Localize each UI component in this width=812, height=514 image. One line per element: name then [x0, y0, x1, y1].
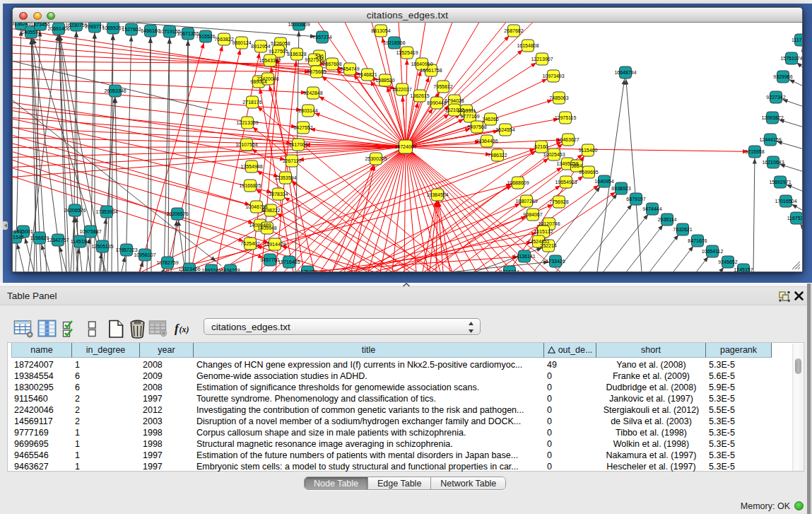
- graph-edge-red[interactable]: [13, 168, 275, 245]
- graph-node-label: 8813054: [371, 28, 390, 33]
- graph-edge-red[interactable]: [284, 147, 406, 272]
- graph-edge-red[interactable]: [406, 23, 425, 147]
- table-row[interactable]: 2242004622012Investigating the contribut…: [8, 404, 792, 416]
- graph-node-label: 15751074: [780, 56, 802, 61]
- cell-year: 2012: [143, 404, 191, 416]
- edge-arrowhead: [627, 204, 632, 210]
- edge-arrowhead: [658, 225, 663, 230]
- graph-edge-black[interactable]: [151, 31, 151, 272]
- table-row[interactable]: 911546021997Tourette syndrome. Phenomeno…: [8, 393, 792, 404]
- edge-arrowhead: [291, 181, 297, 185]
- graph-node-label: 6794028: [445, 98, 464, 103]
- table-row[interactable]: 946362711997Embryonic stem cells: a mode…: [8, 461, 792, 472]
- column-header-pagerank[interactable]: pagerank: [706, 343, 772, 358]
- scrollbar-thumb[interactable]: [795, 358, 801, 374]
- graph-edge-red[interactable]: [13, 160, 250, 243]
- graph-edge-red[interactable]: [404, 147, 406, 272]
- graph-edge-black[interactable]: [126, 30, 131, 272]
- graph-edge-black[interactable]: [147, 31, 151, 272]
- graph-edge-red[interactable]: [13, 62, 332, 64]
- table-row[interactable]: 1872400712008Changes of HCN gene express…: [8, 359, 792, 370]
- table-row[interactable]: 946554611997Estimation of the future num…: [8, 450, 792, 461]
- graph-edge-red[interactable]: [406, 147, 500, 272]
- tab-edge-table[interactable]: Edge Table: [368, 477, 431, 490]
- tab-node-table[interactable]: Node Table: [305, 477, 368, 490]
- edge-arrowhead: [41, 245, 45, 250]
- memory-status-icon: [794, 501, 804, 510]
- graph-node-label: 12213369: [236, 120, 258, 125]
- graph-node-label: 6879197: [626, 197, 645, 201]
- tab-network-table[interactable]: Network Table: [431, 477, 505, 490]
- table-selector-dropdown[interactable]: citations_edges.txt: [204, 318, 481, 335]
- column-header-year[interactable]: year: [140, 343, 194, 358]
- table-settings-button[interactable]: [13, 318, 35, 339]
- graph-node-label: 2935114: [658, 217, 677, 222]
- graph-edge-black[interactable]: [579, 199, 636, 272]
- application-window: citations_edges.txt 91362451405571187345…: [0, 0, 812, 514]
- graph-edge-red[interactable]: [406, 23, 506, 147]
- graph-node-label: 8990448: [427, 100, 446, 105]
- table-row[interactable]: 1456911722003Disruption of a novel membe…: [8, 416, 792, 427]
- graph-edge-red[interactable]: [13, 147, 406, 168]
- vertical-scrollbar[interactable]: [792, 344, 803, 471]
- graph-edge-red[interactable]: [303, 128, 406, 147]
- graph-node-label: 5822037: [392, 87, 411, 92]
- close-panel-icon[interactable]: [794, 291, 804, 301]
- delete-table-button[interactable]: [148, 318, 170, 339]
- graph-edge-red[interactable]: [184, 147, 541, 272]
- graph-edge-red[interactable]: [13, 147, 406, 158]
- column-header-title[interactable]: title: [194, 343, 544, 358]
- cell-year: 1997: [143, 461, 191, 472]
- graph-node-label: 1716184: [500, 269, 519, 271]
- edge-arrowhead: [536, 247, 542, 252]
- graph-edge-red[interactable]: [406, 147, 536, 272]
- graph-node-label: 5875685: [307, 69, 326, 74]
- column-header-in_degree[interactable]: in_degree: [72, 343, 140, 358]
- column-header-short[interactable]: short: [596, 343, 706, 358]
- table-row[interactable]: 1938455462009Genome-wide association stu…: [8, 370, 792, 382]
- float-panel-icon[interactable]: [779, 291, 790, 302]
- graph-node-label: 16648784: [614, 70, 636, 75]
- network-view-window[interactable]: citations_edges.txt 91362451405571187345…: [12, 7, 803, 272]
- cell-short: Stergiakouli et al. (2012): [599, 404, 703, 416]
- graph-edge-red[interactable]: [13, 86, 308, 111]
- graph-edge-red[interactable]: [292, 147, 406, 161]
- edge-arrowhead: [148, 37, 153, 43]
- table-row[interactable]: 1830029562008Estimation of significance …: [8, 382, 792, 393]
- show-column-button[interactable]: [37, 318, 59, 339]
- table-row[interactable]: 977716911998Corpus callosum shape and si…: [8, 427, 792, 438]
- graph-edge-black[interactable]: [753, 152, 755, 272]
- graph-node-label: 2687682: [504, 28, 523, 33]
- graph-edge-red[interactable]: [191, 43, 242, 272]
- graph-edge-red[interactable]: [308, 147, 406, 272]
- graph-edge-red[interactable]: [406, 147, 512, 272]
- panel-collapse-arrow-icon[interactable]: [3, 221, 8, 230]
- edge-arrowhead: [93, 33, 97, 39]
- row-height-button[interactable]: [88, 318, 109, 339]
- window-titlebar[interactable]: citations_edges.txt: [13, 8, 802, 23]
- column-header-out_de[interactable]: out_de...: [544, 343, 596, 358]
- window-resize-grip[interactable]: [792, 261, 801, 270]
- cell-in_degree: 1: [75, 427, 137, 438]
- graph-node-label: 24206576: [64, 208, 86, 213]
- graph-node-label: 9434228: [220, 268, 240, 271]
- table-selector-value: citations_edges.txt: [211, 322, 290, 332]
- cell-in_degree: 1: [75, 359, 137, 370]
- cell-year: 2008: [143, 382, 191, 393]
- graph-node-label: 9457791: [260, 257, 279, 262]
- graph-node-label: 9329966: [773, 74, 792, 79]
- graph-edge-black[interactable]: [597, 73, 625, 272]
- edge-arrowhead: [514, 204, 520, 208]
- column-header-name[interactable]: name: [11, 343, 72, 358]
- graph-edge-black[interactable]: [625, 73, 642, 272]
- network-canvas[interactable]: 9136245140557118734562069140616230755209…: [13, 23, 802, 271]
- function-builder-button[interactable]: f (x): [175, 318, 196, 339]
- delete-column-button[interactable]: [129, 318, 150, 339]
- graph-edge-red[interactable]: [406, 53, 407, 147]
- table-row[interactable]: 969969511998Structural magnetic resonanc…: [8, 438, 792, 450]
- select-columns-button[interactable]: [62, 318, 83, 339]
- edge-arrowhead: [74, 32, 78, 37]
- cell-pagerank: 5.3E-5: [709, 461, 769, 472]
- new-column-button[interactable]: [107, 318, 129, 339]
- graph-edge-red[interactable]: [332, 147, 406, 272]
